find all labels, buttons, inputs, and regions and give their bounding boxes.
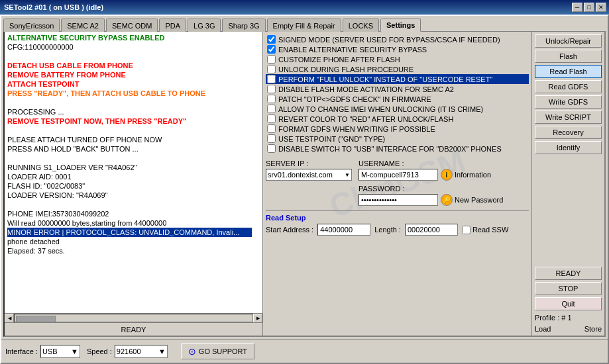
checkbox-label-disable_flash: DISABLE FLASH MODE ACTIVATION FOR SEMC A…: [278, 85, 454, 93]
checkbox-label-revert_color: REVERT COLOR TO "RED" AFTER UNLOCK/FLASH: [278, 115, 453, 123]
checkbox-label-alt_bypass: ENABLE ALTERNATIVE SECURITY BYPASS: [278, 46, 427, 54]
hscroll-left-btn[interactable]: ◀: [5, 314, 14, 323]
interface-value: USB: [42, 347, 58, 355]
checkbox-customize[interactable]: [267, 55, 276, 64]
server-ip-row: srv01.dontexist.com ▼: [266, 169, 352, 181]
checkboxes-container: SIGNED MODE (SERVER USED FOR BYPASS/CSCA…: [266, 34, 529, 154]
window-title: SETool2 #01 ( on USB ) (idle): [3, 3, 103, 11]
tab-empty-fill[interactable]: Empty Fill & Repair: [267, 19, 341, 32]
read-gdfs-button[interactable]: Read GDFS: [535, 80, 602, 93]
hscroll-right-btn[interactable]: ▶: [253, 314, 262, 323]
write-gdfs-button[interactable]: Write GDFS: [535, 95, 602, 109]
stop-button[interactable]: STOP: [535, 282, 602, 295]
interface-select[interactable]: USB ▼: [40, 345, 80, 358]
dropdown-arrow-icon: ▼: [345, 172, 350, 178]
password-row: 🔑 New Password: [359, 194, 503, 206]
load-label[interactable]: Load: [535, 325, 551, 333]
password-input[interactable]: [359, 194, 438, 206]
interface-field: Interface : USB ▼: [5, 345, 80, 358]
speed-label: Speed :: [87, 347, 112, 355]
go-support-icon: ⊙: [188, 346, 196, 357]
checkbox-use_testpoint[interactable]: [267, 134, 276, 143]
password-label: PASSWORD :: [359, 185, 503, 193]
profile-row: Profile : # 1: [535, 314, 602, 322]
checkbox-patch_otp[interactable]: [267, 95, 276, 103]
server-ip-dropdown[interactable]: srv01.dontexist.com ▼: [266, 169, 352, 181]
server-ip-value: srv01.dontexist.com: [268, 171, 333, 179]
sidebar-spacer: [535, 156, 602, 265]
log-area[interactable]: ALTERNATIVE SECURITY BYPASS ENABLEDCFG:1…: [5, 32, 262, 313]
main-window: SonyEricsson SEMC A2 SEMC ODM PDA LG 3G …: [0, 15, 609, 364]
info-btn-label: Information: [455, 171, 491, 179]
tab-lg3g[interactable]: LG 3G: [188, 19, 221, 32]
write-script-button[interactable]: Write SCRIPT: [535, 111, 602, 124]
checkbox-row-revert_color: REVERT COLOR TO "RED" AFTER UNLOCK/FLASH: [266, 114, 529, 124]
length-input[interactable]: [405, 224, 458, 236]
checkbox-label-format_gdfs: FORMAT GDFS WHEN WRITING IF POSSIBLE: [278, 125, 435, 133]
read-ssw-checkbox[interactable]: [462, 226, 471, 234]
checkbox-row-patch_otp: PATCH "OTP<>GDFS CHECK" IN FIRMWARE: [266, 94, 529, 104]
load-store-row: Load Store: [535, 325, 602, 333]
log-hscrollbar[interactable]: ◀ ▶: [5, 313, 262, 322]
start-address-input[interactable]: [317, 224, 370, 236]
username-input[interactable]: [359, 169, 438, 181]
checkbox-row-change_imei: ALLOW TO CHANGE IMEI WHEN UNLOCKING (IT …: [266, 104, 529, 114]
read-flash-button[interactable]: Read Flash: [535, 65, 602, 78]
minimize-button[interactable]: ─: [572, 3, 582, 12]
close-button[interactable]: ✕: [596, 3, 606, 12]
info-button[interactable]: i Information: [441, 169, 491, 181]
ready-button[interactable]: READY: [535, 267, 602, 280]
ready-label: READY: [121, 326, 146, 334]
checkbox-row-signed_mode: SIGNED MODE (SERVER USED FOR BYPASS/CSCA…: [266, 34, 529, 44]
recovery-button[interactable]: Recovery: [535, 126, 602, 139]
log-content-area: ALTERNATIVE SECURITY BYPASS ENABLEDCFG:1…: [5, 32, 262, 313]
checkbox-full_unlock[interactable]: [267, 75, 276, 83]
tab-sharp3g[interactable]: Sharp 3G: [222, 19, 265, 32]
tab-settings[interactable]: Settings: [380, 19, 421, 32]
new-password-button[interactable]: 🔑 New Password: [441, 194, 503, 206]
flash-button[interactable]: Flash: [535, 50, 602, 63]
tab-locks[interactable]: LOCKS: [343, 19, 379, 32]
maximize-button[interactable]: □: [584, 3, 594, 12]
speed-select[interactable]: 921600 ▼: [115, 345, 168, 358]
settings-content: SIGNED MODE (SERVER USED FOR BYPASS/CSCA…: [266, 34, 529, 333]
tab-pda[interactable]: PDA: [159, 19, 186, 32]
checkbox-row-full_unlock: PERFORM "FULL UNLOCK" INSTEAD OF "USERCO…: [266, 74, 529, 84]
read-ssw-label: Read SSW: [472, 226, 508, 234]
checkbox-row-format_gdfs: FORMAT GDFS WHEN WRITING IF POSSIBLE: [266, 124, 529, 134]
start-address-label: Start Address :: [266, 226, 313, 234]
hscroll-track[interactable]: [14, 314, 253, 322]
tab-semc-a2[interactable]: SEMC A2: [61, 19, 105, 32]
hscroll-thumb[interactable]: [16, 316, 56, 322]
title-bar: SETool2 #01 ( on USB ) (idle) ─ □ ✕: [0, 0, 609, 15]
tab-sonyericsson[interactable]: SonyEricsson: [3, 19, 60, 32]
ready-bar: READY: [5, 322, 262, 336]
checkbox-change_imei[interactable]: [267, 105, 276, 113]
unlock-repair-button[interactable]: Unlock/Repair: [535, 34, 602, 48]
go-support-button[interactable]: ⊙ GO SUPPORT: [181, 343, 254, 359]
key-icon: 🔑: [441, 194, 453, 206]
quit-button[interactable]: Quit: [535, 297, 602, 310]
checkbox-disable_flash[interactable]: [267, 85, 276, 93]
checkbox-format_gdfs[interactable]: [267, 124, 276, 133]
server-area: SERVER IP : srv01.dontexist.com ▼ USERNA…: [266, 159, 529, 206]
tab-bar: SonyEricsson SEMC A2 SEMC ODM PDA LG 3G …: [1, 16, 608, 31]
identify-button[interactable]: Identify: [535, 141, 602, 154]
checkbox-unlock_flash[interactable]: [267, 65, 276, 73]
checkbox-label-disable_switch: DISABLE SWITCH TO "USB" INTERFACE FOR "D…: [278, 145, 502, 153]
checkbox-alt_bypass[interactable]: [267, 45, 276, 54]
checkbox-row-disable_switch: DISABLE SWITCH TO "USB" INTERFACE FOR "D…: [266, 144, 529, 154]
tab-semc-odm[interactable]: SEMC ODM: [106, 19, 158, 32]
server-field-group: SERVER IP : srv01.dontexist.com ▼: [266, 159, 352, 181]
checkbox-label-patch_otp: PATCH "OTP<>GDFS CHECK" IN FIRMWARE: [278, 95, 431, 103]
checkbox-signed_mode[interactable]: [267, 35, 276, 44]
checkbox-revert_color[interactable]: [267, 114, 276, 123]
speed-dropdown-icon: ▼: [158, 347, 166, 355]
sidebar-buttons: Unlock/Repair Flash Read Flash Read GDFS…: [531, 32, 604, 336]
checkbox-disable_switch[interactable]: [267, 144, 276, 153]
store-label[interactable]: Store: [584, 325, 602, 333]
username-field-group: USERNAME : i Information PASSWORD :: [359, 159, 503, 206]
window-controls: ─ □ ✕: [572, 3, 606, 12]
checkbox-row-disable_flash: DISABLE FLASH MODE ACTIVATION FOR SEMC A…: [266, 84, 529, 94]
new-password-label: New Password: [455, 196, 503, 204]
